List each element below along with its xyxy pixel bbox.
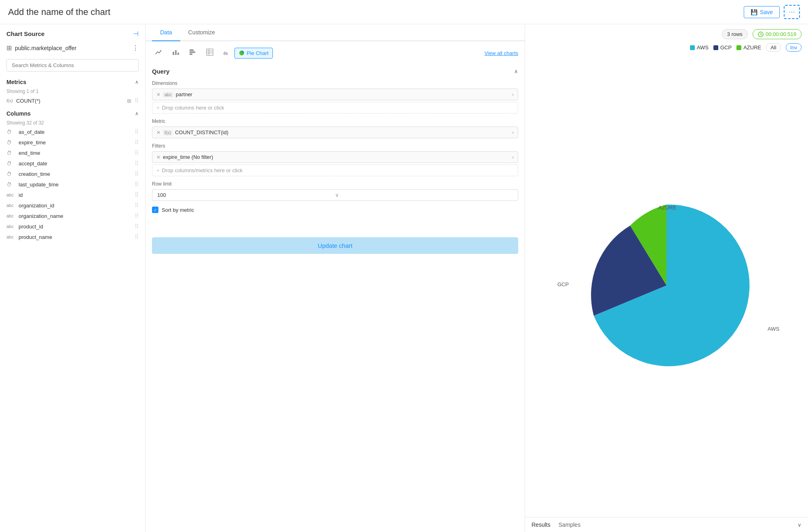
dimensions-label: Dimensions <box>152 80 518 86</box>
clock-icon: ⏱ <box>6 150 15 156</box>
top-bar: Add the name of the chart 💾 Save ⋯ <box>0 0 808 24</box>
chart-line-btn[interactable] <box>152 46 166 60</box>
metric-remove-icon[interactable]: ✕ <box>156 130 160 135</box>
list-item: ⏱ end_time ⠿ <box>0 148 145 158</box>
svg-rect-2 <box>177 53 179 55</box>
metrics-chevron[interactable]: ∧ <box>135 79 139 85</box>
column-drag-handle[interactable]: ⠿ <box>135 171 139 177</box>
tab-data[interactable]: Data <box>152 24 180 41</box>
row-limit-select[interactable]: 100 ∨ <box>152 189 518 201</box>
tab-customize[interactable]: Customize <box>180 24 223 41</box>
more-button[interactable]: ⋯ <box>784 5 800 19</box>
datasource-menu-icon[interactable]: ⋮ <box>132 44 139 52</box>
column-drag-handle[interactable]: ⠿ <box>135 139 139 146</box>
sidebar-header: Chart Source ⊣ <box>0 24 145 42</box>
aws-label: AWS <box>768 326 779 332</box>
svg-rect-5 <box>190 53 192 55</box>
chart-bar-h-btn[interactable] <box>186 46 200 60</box>
column-drag-handle[interactable]: ⠿ <box>135 129 139 135</box>
save-button[interactable]: 💾 Save <box>744 6 780 18</box>
right-panel: 3 rows 00:00:00.519 AWS GCP AZURE All In… <box>525 24 808 532</box>
list-item: abc id ⠿ <box>0 190 145 200</box>
dimensions-type-tag: abc <box>163 92 173 97</box>
filters-tag-arrow[interactable]: › <box>512 154 514 160</box>
chart-controls: 3 rows 00:00:00.519 <box>525 24 808 42</box>
main-layout: Chart Source ⊣ ⊞ public.marketplace_offe… <box>0 24 808 532</box>
samples-tab[interactable]: Samples <box>559 521 580 528</box>
column-name: as_of_date <box>19 129 131 135</box>
filters-remove-icon[interactable]: ✕ <box>156 154 160 160</box>
filters-label: Filters <box>152 143 518 149</box>
query-collapse-icon[interactable]: ∧ <box>514 68 518 74</box>
chart-pie-btn[interactable]: Pie Chart <box>234 48 273 59</box>
dimensions-tag-row: ✕ abc partner › <box>152 89 518 100</box>
collapse-icon[interactable]: ⊣ <box>133 30 139 38</box>
metric-label: Metric <box>152 118 518 124</box>
column-drag-handle[interactable]: ⠿ <box>135 192 139 198</box>
metric-drag-handle[interactable]: ⠿ <box>135 97 139 104</box>
footer-chevron[interactable]: ∨ <box>797 522 802 528</box>
column-name: product_id <box>19 224 131 230</box>
column-drag-handle[interactable]: ⠿ <box>135 234 139 240</box>
chart-table-btn[interactable] <box>203 46 217 60</box>
column-name: creation_time <box>19 171 131 177</box>
search-input[interactable] <box>6 59 139 72</box>
legend-aws-dot <box>690 45 695 50</box>
filters-drop-row[interactable]: + Drop columns/metrics here or click <box>152 165 518 176</box>
column-drag-handle[interactable]: ⠿ <box>135 160 139 167</box>
abc-icon: abc <box>6 203 15 208</box>
sort-label: Sort by metric <box>162 207 194 213</box>
chart-bar-v-btn[interactable] <box>169 46 183 60</box>
query-panel: Query ∧ Dimensions ✕ abc partner › + Dro… <box>146 61 525 532</box>
clock-icon: ⏱ <box>6 129 15 135</box>
column-name: last_update_time <box>19 182 131 188</box>
row-limit-label: Row limit <box>152 181 518 187</box>
column-drag-handle[interactable]: ⠿ <box>135 150 139 156</box>
filters-tag-row: ✕ expire_time (No filter) › <box>152 151 518 163</box>
filters-tag-text: expire_time (No filter) <box>163 154 510 160</box>
list-item: ⏱ last_update_time ⠿ <box>0 179 145 190</box>
inv-button[interactable]: Inv <box>786 43 802 52</box>
legend-gcp-label: GCP <box>720 44 732 51</box>
column-list: ⏱ as_of_date ⠿ ⏱ expire_time ⠿ ⏱ end_tim… <box>0 127 145 532</box>
plus-icon: + <box>156 105 160 111</box>
list-item: ⏱ as_of_date ⠿ <box>0 127 145 137</box>
metric-item: f(x) COUNT(*) ⊞ ⠿ <box>0 95 145 106</box>
search-box <box>6 59 139 72</box>
columns-chevron[interactable]: ∧ <box>135 111 139 116</box>
column-name: product_name <box>19 234 131 240</box>
dimensions-remove-icon[interactable]: ✕ <box>156 92 160 97</box>
center-panel: Data Customize 4k Pie Chart View <box>146 24 525 532</box>
columns-section-header: Columns ∧ <box>0 106 145 119</box>
abc-icon: abc <box>6 224 15 229</box>
column-name: end_time <box>19 150 131 156</box>
column-drag-handle[interactable]: ⠿ <box>135 223 139 230</box>
legend-gcp-dot <box>713 45 718 50</box>
column-drag-handle[interactable]: ⠿ <box>135 202 139 209</box>
rows-badge: 3 rows <box>722 29 748 39</box>
column-name: expire_time <box>19 139 131 146</box>
dimensions-tag-arrow[interactable]: › <box>512 92 514 97</box>
column-drag-handle[interactable]: ⠿ <box>135 213 139 219</box>
svg-rect-3 <box>190 49 194 51</box>
row-limit-value: 100 <box>157 192 335 198</box>
sort-checkbox[interactable]: ✓ <box>152 207 158 213</box>
column-name: organization_id <box>19 203 131 209</box>
row-limit-chevron: ∨ <box>335 192 513 198</box>
list-item: ⏱ creation_time ⠿ <box>0 169 145 179</box>
metric-tag-row: ✕ f(x) COUNT_DISTINCT(id) › <box>152 127 518 138</box>
filters-drop-text: Drop columns/metrics here or click <box>162 167 243 173</box>
chart-area: AZURE GCP AWS <box>525 55 808 517</box>
svg-rect-6 <box>207 49 213 55</box>
all-button[interactable]: All <box>766 43 781 52</box>
view-all-charts-link[interactable]: View all charts <box>484 50 518 56</box>
metric-tag-arrow[interactable]: › <box>512 130 514 135</box>
dimensions-drop-row[interactable]: + Drop columns here or click <box>152 102 518 114</box>
update-chart-button[interactable]: Update chart <box>152 237 518 254</box>
query-title: Query <box>152 68 169 75</box>
chart-bignumber-btn[interactable]: 4k <box>220 47 231 59</box>
results-tab[interactable]: Results <box>532 521 551 528</box>
abc-icon: abc <box>6 192 15 197</box>
column-drag-handle[interactable]: ⠿ <box>135 181 139 188</box>
grid-icon: ⊞ <box>6 44 12 52</box>
